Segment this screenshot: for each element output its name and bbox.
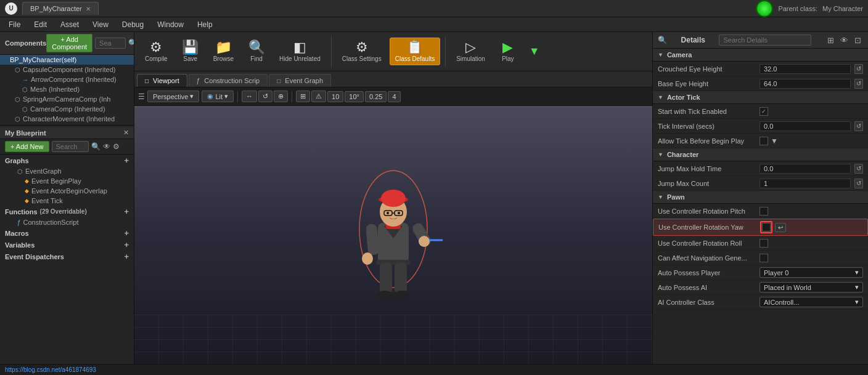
crouched-eye-height-input[interactable] [760,64,851,74]
pawn-section-header[interactable]: ▼ Pawn [653,191,868,204]
use-controller-pitch-checkbox[interactable] [760,207,768,216]
menu-view[interactable]: View [86,19,115,30]
blueprint-search-input[interactable] [52,141,89,152]
tick-interval-reset-icon[interactable]: ↺ [854,121,863,131]
can-affect-nav-checkbox[interactable] [760,254,768,262]
use-controller-yaw-checkbox[interactable] [762,223,771,232]
details-eye-icon[interactable]: 👁 [838,35,850,46]
event-dispatchers-section: Event Dispatchers + [0,251,134,262]
base-eye-height-label: Base Eye Height [658,80,760,87]
search-icon[interactable]: 🔍 [128,39,134,47]
find-button[interactable]: 🔍 Find [242,38,271,65]
components-search-input[interactable] [95,38,126,49]
play-button[interactable]: ▶ Play [493,38,523,65]
main-tab[interactable]: BP_MyCharacter ✕ [22,2,99,15]
tab-viewport[interactable]: □ Viewport [137,74,187,87]
details-search-input[interactable] [719,34,811,46]
use-controller-roll-checkbox[interactable] [760,239,768,248]
vp-move-icon[interactable]: ↔ [242,91,257,102]
vp-rotate-icon[interactable]: ↺ [258,91,272,102]
event-actor-begin-overlap-item[interactable]: ◆ Event ActorBeginOverlap [0,186,134,196]
event-dispatchers-label: Event Dispatchers [5,253,64,260]
class-settings-button[interactable]: ⚙ Class Settings [337,38,387,65]
vp-warning-icon[interactable]: ⚠ [311,91,326,102]
jump-max-count-reset-icon[interactable]: ↺ [854,179,863,188]
my-blueprint-close-icon[interactable]: ✕ [123,129,129,137]
allow-tick-dropdown-icon[interactable]: ▼ [771,137,778,145]
menu-edit[interactable]: Edit [28,19,53,30]
perspective-button[interactable]: Perspective ▾ [147,91,199,102]
event-graph-item[interactable]: ⬡ EventGraph [0,166,134,176]
vp-grid-icon[interactable]: ⊞ [296,91,310,102]
component-capsule[interactable]: ⬡ CapsuleComponent (Inherited) [0,65,134,75]
vp-scale-icon[interactable]: ⊕ [274,91,288,102]
blueprint-settings-icon[interactable]: ⚙ [113,142,120,151]
jump-max-count-input[interactable] [760,179,851,188]
graphs-add-icon[interactable]: + [124,156,129,165]
browse-button[interactable]: 📁 Browse [208,38,239,65]
simulation-button[interactable]: ▷ Simulation [451,38,491,65]
menu-file[interactable]: File [2,19,27,30]
compile-button[interactable]: ⚙ Compile [139,38,173,65]
blueprint-visibility-icon[interactable]: 👁 [103,142,110,151]
macros-add-icon[interactable]: + [124,228,129,238]
vp-separator-2 [292,91,292,102]
event-dispatchers-add-icon[interactable]: + [124,252,129,261]
self-component-item[interactable]: BP_MyCharacter(self) [0,55,134,65]
lit-button[interactable]: ◉ Lit ▾ [202,91,234,102]
spring-arm-icon: ⬡ [15,96,20,103]
hide-unrelated-button[interactable]: ◧ Hide Unrelated [274,38,326,65]
component-char-movement[interactable]: ⬡ CharacterMovement (Inherited [0,114,134,124]
save-button[interactable]: 💾 Save [176,38,205,65]
component-camera[interactable]: ⬡ CameraComp (Inherited) [0,104,134,114]
ai-controller-class-dropdown[interactable]: AIControll... ▾ [760,297,863,307]
jump-max-hold-input[interactable] [760,164,851,174]
event-tick-item[interactable]: ◆ Event Tick [0,196,134,206]
camera-section-header[interactable]: ▼ Camera [653,49,868,62]
character-section-header[interactable]: ▼ Character [653,148,868,161]
class-defaults-button[interactable]: 📋 Class Defaults [390,38,440,65]
menu-help[interactable]: Help [191,19,219,30]
vp-snap-value[interactable]: 10 [327,91,343,102]
auto-possess-ai-dropdown[interactable]: Placed in World ▾ [760,282,863,292]
component-spring-arm[interactable]: ⬡ SpringArmCameraComp (Inh [0,94,134,104]
menu-debug[interactable]: Debug [116,19,150,30]
component-mesh[interactable]: ⬡ Mesh (Inherited) [0,84,134,94]
add-component-button[interactable]: + Add Component [46,34,92,52]
play-icon: ▶ [502,41,513,54]
auto-possess-player-dropdown[interactable]: Player 0 ▾ [760,267,863,278]
tick-interval-input[interactable] [760,121,851,131]
functions-add-icon[interactable]: + [124,207,129,216]
crouched-eye-height-reset-icon[interactable]: ↺ [854,64,863,74]
event-begin-play-item[interactable]: ◆ Event BeginPlay [0,176,134,186]
toolbar-separator-1 [331,36,332,67]
component-arrow[interactable]: → ArrowComponent (Inherited) [0,75,134,84]
tabs-row: □ Viewport ƒ Construction Scrip □ Event … [134,71,652,87]
actor-tick-section-header[interactable]: ▼ Actor Tick [653,91,868,104]
can-affect-nav-row: Can Affect Navigation Gene... [653,251,868,265]
tab-close-icon[interactable]: ✕ [86,6,91,12]
tab-viewport-label: Viewport [153,77,179,84]
menu-window[interactable]: Window [151,19,190,30]
variables-add-icon[interactable]: + [124,240,129,249]
start-tick-checkbox[interactable] [760,107,768,116]
vp-angle-value[interactable]: 10° [345,91,364,102]
jump-max-hold-reset-icon[interactable]: ↺ [854,164,863,174]
blueprint-search-icon[interactable]: 🔍 [91,142,100,151]
details-expand-icon[interactable]: ⊡ [853,35,863,46]
play-label: Play [502,55,514,62]
menu-asset[interactable]: Asset [54,19,85,30]
tab-construction-script[interactable]: ƒ Construction Scrip [189,74,268,87]
base-eye-height-input[interactable] [760,79,851,89]
base-eye-height-reset-icon[interactable]: ↺ [854,79,863,89]
add-new-button[interactable]: + Add New [5,141,49,152]
vp-camera-speed-value[interactable]: 4 [388,91,400,102]
details-grid-icon[interactable]: ⊞ [825,35,836,46]
vp-menu-icon[interactable]: ☰ [138,92,145,101]
vp-scale-value[interactable]: 0.25 [365,91,387,102]
play-options[interactable]: ▼ [528,44,541,59]
tab-event-graph[interactable]: □ Event Graph [269,74,331,87]
allow-tick-checkbox[interactable] [760,137,768,145]
use-controller-yaw-undo-button[interactable]: ↩ [775,223,786,232]
construction-script-item[interactable]: ƒ ConstructionScript [0,217,134,227]
